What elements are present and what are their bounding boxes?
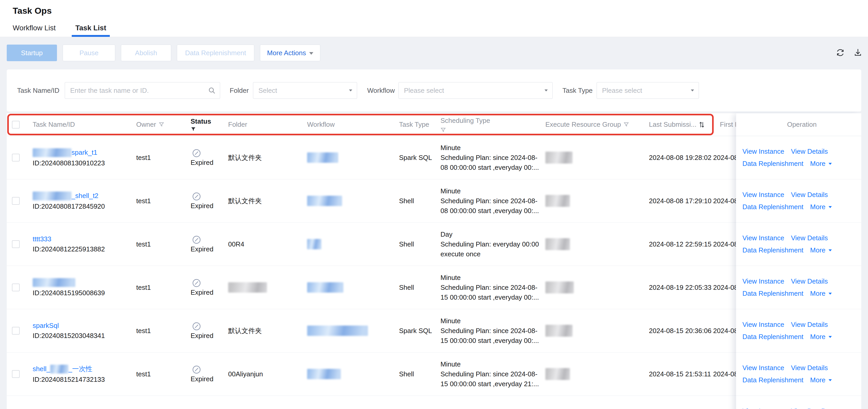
- tab-task-list[interactable]: Task List: [75, 24, 106, 37]
- view-instance-link[interactable]: View Instance: [742, 191, 784, 199]
- more-link[interactable]: More: [810, 376, 832, 384]
- row-select-cell: [7, 223, 26, 266]
- more-actions-button[interactable]: More Actions: [260, 45, 320, 61]
- view-details-link[interactable]: View Details: [791, 321, 828, 329]
- first-execution-time: 2024-08: [713, 284, 738, 292]
- view-details-link[interactable]: View Details: [791, 277, 828, 285]
- more-label: More: [810, 203, 826, 211]
- row-checkbox[interactable]: [12, 197, 20, 205]
- task-id: ID:20240815195008639: [33, 289, 105, 297]
- resource-group-cell: [538, 136, 642, 179]
- workflow-cell: [300, 179, 392, 223]
- column-header-schedule[interactable]: Scheduling Type: [434, 117, 538, 133]
- folder-select[interactable]: Select: [253, 82, 357, 99]
- view-instance-link[interactable]: View Instance: [742, 234, 784, 242]
- task-name-link[interactable]: spark_t1: [33, 148, 97, 157]
- task-type-text: Shell: [399, 370, 414, 378]
- data-replenishment-link[interactable]: Data Replenishment: [742, 333, 804, 341]
- view-details-link[interactable]: View Details: [791, 191, 828, 199]
- task-name-link[interactable]: tttt333: [33, 235, 51, 243]
- owner-text: test1: [136, 154, 151, 162]
- row-checkbox[interactable]: [12, 370, 20, 378]
- abolish-button[interactable]: Abolish: [121, 45, 171, 61]
- search-input[interactable]: [65, 82, 220, 98]
- task-name-link[interactable]: sparkSql: [33, 322, 59, 330]
- refresh-icon[interactable]: [835, 48, 845, 58]
- task-type-select[interactable]: Please select: [597, 82, 699, 99]
- view-details-link[interactable]: View Details: [791, 234, 828, 242]
- schedule-line: Scheduling Plan: since 2024-08-: [440, 196, 537, 206]
- table-row: MinuteView InstanceView DetailsData Repl…: [7, 396, 861, 409]
- column-header-owner[interactable]: Owner: [129, 120, 184, 128]
- row-checkbox[interactable]: [12, 327, 20, 334]
- task-name-link[interactable]: [33, 278, 75, 287]
- sort-icon: [699, 121, 704, 128]
- view-instance-link[interactable]: View Instance: [742, 277, 784, 285]
- column-header-resource[interactable]: Execute Resource Group: [538, 120, 642, 128]
- column-header-workflow: Workflow: [300, 120, 392, 128]
- select-all-cell: [7, 121, 26, 128]
- view-details-link[interactable]: View Details: [791, 364, 828, 372]
- folder-text: 默认文件夹: [228, 326, 262, 335]
- data-replenishment-button[interactable]: Data Replenishment: [177, 45, 254, 61]
- owner-text: test1: [136, 370, 151, 378]
- more-link[interactable]: More: [810, 246, 832, 254]
- expired-status-icon: [191, 149, 201, 157]
- folder-cell: 00R4: [221, 223, 300, 266]
- data-replenishment-link[interactable]: Data Replenishment: [742, 376, 804, 384]
- row-checkbox[interactable]: [12, 154, 20, 162]
- more-link[interactable]: More: [810, 290, 832, 297]
- filter-funnel-icon: [624, 122, 629, 127]
- view-instance-link[interactable]: View Instance: [742, 364, 784, 372]
- operation-cell: View InstanceView DetailsData Replenishm…: [736, 136, 861, 179]
- operation-header-label: Operation: [787, 120, 816, 128]
- first-execution-time: 2024-08: [713, 327, 738, 335]
- workflow-select[interactable]: Please select: [399, 82, 553, 99]
- last-submission-time: 2024-08-08 19:28:02: [649, 154, 711, 162]
- task-name-filter-label: Task Name/ID: [17, 69, 59, 112]
- task-name-cell: ID:20240815195008639: [26, 266, 129, 309]
- chevron-down-icon: [309, 52, 313, 55]
- view-instance-link[interactable]: View Instance: [742, 321, 784, 329]
- expired-status-icon: [191, 365, 201, 374]
- owner-cell: test1: [129, 352, 184, 396]
- startup-button[interactable]: Startup: [7, 45, 57, 61]
- data-replenishment-link[interactable]: Data Replenishment: [742, 246, 804, 254]
- select-all-checkbox[interactable]: [12, 121, 20, 128]
- view-details-link[interactable]: View Details: [791, 147, 828, 155]
- redacted-task-name: [33, 278, 75, 287]
- tab-workflow-list[interactable]: Workflow List: [13, 24, 56, 37]
- task-name-search-field[interactable]: [65, 82, 220, 99]
- download-icon[interactable]: [853, 48, 863, 58]
- expired-status-icon: [191, 192, 201, 201]
- view-instance-link[interactable]: View Instance: [742, 407, 784, 409]
- data-replenishment-link[interactable]: Data Replenishment: [742, 203, 804, 211]
- more-link[interactable]: More: [810, 333, 832, 341]
- data-replenishment-link[interactable]: Data Replenishment: [742, 290, 804, 297]
- more-link[interactable]: More: [810, 160, 832, 168]
- data-replenishment-link[interactable]: Data Replenishment: [742, 160, 804, 168]
- status-text: Expired: [191, 375, 213, 383]
- view-instance-link[interactable]: View Instance: [742, 147, 784, 155]
- task-name-link[interactable]: _shell_t2: [33, 192, 98, 200]
- row-select-cell: [7, 179, 26, 223]
- last-submission-time: 2024-08-15 20:36:06: [649, 327, 711, 335]
- row-checkbox[interactable]: [12, 284, 20, 291]
- operation-line-1: View InstanceView Details: [742, 277, 861, 285]
- view-details-link[interactable]: View Details: [791, 407, 828, 409]
- folder-text: 00Aliyanjun: [228, 370, 263, 378]
- folder-cell: [221, 396, 300, 409]
- more-link[interactable]: More: [810, 203, 832, 211]
- redacted-workflow: [307, 152, 338, 163]
- pause-button[interactable]: Pause: [63, 45, 115, 61]
- table-row: sparkSqlID:20240815203048341test1Expired…: [7, 309, 861, 352]
- folder-select-value: Select: [253, 87, 277, 95]
- status-text: Expired: [191, 289, 213, 296]
- schedule-line: Scheduling Plan: everyday 00:00: [440, 239, 539, 249]
- workflow-filter-label: Workflow: [367, 69, 395, 112]
- column-header-last_submit[interactable]: Last Submissi...: [642, 120, 713, 128]
- column-header-status[interactable]: Status: [184, 117, 221, 132]
- row-checkbox[interactable]: [12, 240, 20, 248]
- task-name-link[interactable]: shell__一次性: [33, 364, 92, 374]
- folder-text: 00R4: [228, 240, 244, 248]
